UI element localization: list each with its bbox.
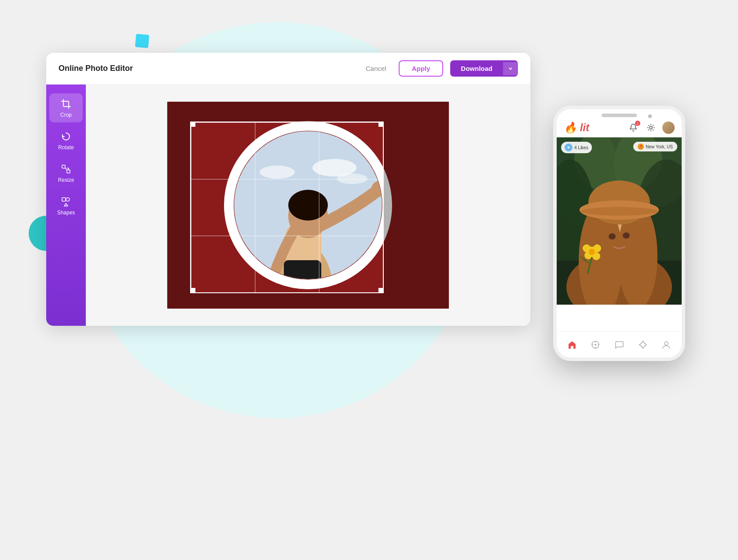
nav-home[interactable]	[565, 338, 579, 351]
app-logo: 🔥 lit	[564, 122, 589, 134]
message-icon	[614, 340, 624, 350]
notification-badge: 2	[635, 121, 640, 126]
header-actions: Cancel Apply Download	[360, 60, 518, 77]
svg-point-44	[595, 344, 596, 346]
nav-profile[interactable]	[660, 338, 673, 351]
svg-point-34	[609, 233, 616, 239]
chevron-down-icon	[508, 66, 513, 71]
location-text: New York, US	[646, 144, 673, 149]
crop-mask-top	[167, 102, 449, 122]
svg-point-33	[580, 207, 658, 216]
app-logo-fire: 🔥	[564, 122, 577, 133]
resize-icon	[60, 163, 72, 175]
like-badge: ♥ 4 Likes	[561, 142, 592, 153]
profile-icon	[661, 340, 671, 350]
nav-activity[interactable]	[636, 338, 650, 351]
crop-mask-right	[384, 122, 449, 293]
svg-rect-0	[62, 165, 65, 168]
svg-rect-1	[67, 170, 70, 173]
svg-point-17	[650, 126, 652, 129]
sidebar-label-crop: Crop	[60, 112, 72, 118]
sidebar: Crop Rotate	[46, 85, 86, 326]
rotate-icon	[60, 130, 72, 143]
mobile-phone: 🔥 lit 2	[553, 106, 685, 361]
crop-handle-br[interactable]	[378, 288, 384, 293]
user-avatar[interactable]	[662, 122, 675, 134]
home-icon	[567, 340, 577, 350]
editor-header: Online Photo Editor Cancel Apply Downloa…	[46, 53, 530, 85]
sidebar-label-rotate: Rotate	[58, 144, 73, 151]
explore-icon	[591, 340, 600, 350]
sidebar-item-crop[interactable]: Crop	[49, 93, 83, 122]
svg-point-3	[66, 198, 70, 201]
svg-rect-42	[571, 346, 573, 349]
activity-icon	[638, 340, 648, 350]
phone-speaker-dot	[648, 114, 652, 118]
nav-messages[interactable]	[613, 338, 626, 351]
sidebar-item-resize[interactable]: Resize	[49, 158, 83, 188]
shapes-icon	[60, 195, 72, 208]
like-icon: ♥	[565, 144, 573, 151]
like-count: 4 Likes	[574, 145, 588, 150]
app-header-icons: 2	[627, 122, 675, 134]
crop-handle-tl[interactable]	[190, 122, 195, 127]
editor-body: Crop Rotate	[46, 85, 530, 326]
crop-handle-bl[interactable]	[190, 288, 195, 293]
photo-container	[167, 102, 449, 309]
sidebar-item-rotate[interactable]: Rotate	[49, 126, 83, 155]
notification-button[interactable]: 2	[627, 122, 639, 134]
nav-explore[interactable]	[589, 338, 602, 351]
sidebar-label-shapes: Shapes	[57, 210, 75, 216]
crop-mask-left	[167, 122, 190, 293]
location-badge: 📍 New York, US	[633, 142, 677, 151]
gear-icon	[647, 124, 655, 132]
canvas-area	[86, 85, 530, 326]
editor-title: Online Photo Editor	[59, 64, 133, 73]
feed-photo-svg	[557, 137, 682, 305]
location-dot: 📍	[638, 144, 644, 150]
apply-button[interactable]: Apply	[399, 60, 444, 77]
sidebar-label-resize: Resize	[58, 177, 74, 183]
svg-rect-2	[62, 198, 66, 201]
download-arrow-button[interactable]	[503, 62, 518, 75]
phone-shell: 🔥 lit 2	[553, 106, 685, 361]
app-nav	[557, 331, 682, 357]
settings-button[interactable]	[645, 122, 657, 134]
sidebar-item-shapes[interactable]: Shapes	[49, 191, 83, 220]
cancel-button[interactable]: Cancel	[360, 62, 392, 75]
app-logo-text: lit	[580, 122, 589, 133]
svg-point-41	[589, 249, 595, 255]
editor-card: Online Photo Editor Cancel Apply Downloa…	[46, 53, 530, 326]
download-button[interactable]: Download	[450, 60, 503, 77]
svg-point-49	[665, 342, 668, 345]
svg-point-35	[623, 232, 630, 239]
crop-icon	[60, 98, 72, 110]
crop-overlay[interactable]	[190, 122, 384, 293]
download-btn-group: Download	[450, 60, 518, 77]
phone-notch	[602, 114, 637, 117]
app-feed: ♥ 4 Likes 📍 New York, US	[557, 137, 682, 305]
crop-mask-bottom	[167, 293, 449, 309]
crop-handle-tr[interactable]	[378, 122, 384, 127]
bg-dot-blue	[135, 34, 150, 48]
